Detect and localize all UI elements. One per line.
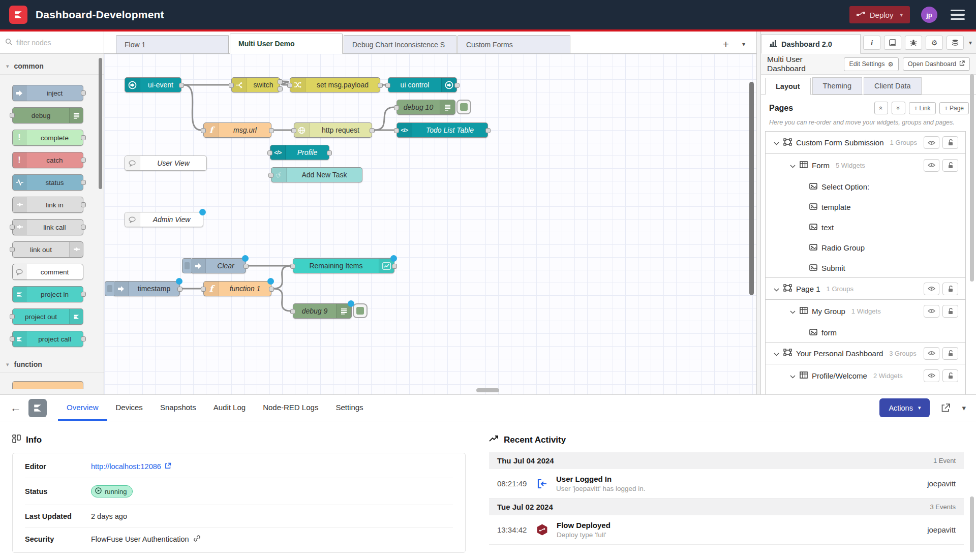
output-port[interactable]: [179, 83, 184, 88]
panel-tab-node-red-logs[interactable]: Node-RED Logs: [254, 395, 327, 421]
inject-button[interactable]: [182, 258, 191, 273]
canvas-horizontal-scrollbar[interactable]: [476, 388, 499, 392]
palette-node-inject[interactable]: inject: [12, 85, 83, 101]
debug-toggle-button[interactable]: [353, 303, 368, 318]
chevron-down-icon[interactable]: [790, 307, 796, 316]
tree-widget-form[interactable]: form: [766, 322, 965, 343]
deploy-caret-icon[interactable]: ▾: [900, 12, 903, 18]
unlock-icon[interactable]: [942, 305, 958, 318]
input-port[interactable]: [10, 225, 15, 230]
deploy-button[interactable]: Deploy ▾: [849, 6, 910, 23]
input-port[interactable]: [267, 150, 272, 155]
output-port-1[interactable]: [278, 79, 283, 84]
palette-node-link-call[interactable]: link call: [12, 219, 83, 235]
tree-widget-text[interactable]: text: [766, 217, 965, 237]
sidebar-subtab-theming[interactable]: Theming: [812, 77, 862, 95]
flow-node-http-request[interactable]: http request: [294, 122, 372, 138]
flow-list-caret-icon[interactable]: ▾: [742, 41, 745, 48]
canvas-vertical-scrollbar[interactable]: [749, 82, 754, 295]
input-port[interactable]: [291, 128, 296, 133]
output-port[interactable]: [392, 264, 397, 269]
chevron-down-icon[interactable]: [790, 371, 796, 380]
panel-tab-settings[interactable]: Settings: [327, 395, 372, 421]
palette-node-comment[interactable]: comment: [12, 264, 83, 280]
bug-icon[interactable]: [905, 36, 922, 50]
output-port[interactable]: [81, 158, 86, 163]
palette-node-project-out[interactable]: project out: [12, 308, 83, 325]
visibility-eye-icon[interactable]: [924, 305, 939, 318]
flowfuse-grey-logo-icon[interactable]: [28, 399, 47, 417]
back-arrow-icon[interactable]: ←: [10, 401, 21, 415]
sidebar-splitter[interactable]: [756, 32, 761, 394]
info-icon[interactable]: i: [863, 36, 880, 50]
flow-tab-Custom-Forms[interactable]: Custom Forms: [458, 35, 570, 53]
input-port[interactable]: [268, 173, 273, 178]
input-port[interactable]: [290, 264, 295, 269]
input-port[interactable]: [10, 336, 15, 341]
palette-search-input[interactable]: [16, 39, 87, 47]
tree-widget-template[interactable]: template: [766, 197, 965, 217]
user-avatar[interactable]: jp: [921, 7, 937, 23]
chevron-down-icon[interactable]: [790, 161, 796, 170]
tree-page-page-1[interactable]: Page 11 Groups: [766, 277, 965, 300]
open-editor-external-icon[interactable]: [941, 403, 951, 413]
input-port[interactable]: [385, 83, 390, 88]
flow-tab-Multi-User-Demo[interactable]: Multi User Demo: [230, 34, 343, 54]
output-port[interactable]: [269, 128, 274, 133]
flow-tab-Debug-Chart-Inconsistence-S[interactable]: Debug Chart Inconsistence S: [344, 35, 456, 53]
tree-widget-select-option-[interactable]: Select Option:: [766, 176, 965, 197]
add-page-button[interactable]: + Page: [939, 102, 969, 114]
flow-node-todo-list-table[interactable]: </>Todo List Table: [396, 122, 488, 138]
input-port[interactable]: [229, 83, 234, 88]
palette-search[interactable]: [0, 32, 104, 54]
palette-section-common[interactable]: ▾ common: [0, 58, 104, 75]
palette-node-project-call[interactable]: project call: [12, 331, 83, 347]
panel-tab-overview[interactable]: Overview: [58, 395, 107, 421]
flow-node-profile[interactable]: </>Profile: [270, 145, 329, 160]
collapse-panel-chevron-icon[interactable]: ▾: [962, 403, 966, 413]
tree-group-profile-welcome[interactable]: Profile/Welcome2 Widgets: [766, 364, 965, 387]
output-port[interactable]: [81, 225, 86, 230]
open-dashboard-button[interactable]: Open Dashboard: [903, 57, 970, 71]
palette-node-catch[interactable]: !catch: [12, 152, 83, 168]
collapse-all-button[interactable]: «: [874, 102, 888, 114]
input-port[interactable]: [10, 314, 15, 319]
visibility-eye-icon[interactable]: [924, 159, 939, 172]
output-port[interactable]: [81, 135, 86, 140]
edit-settings-button[interactable]: Edit Settings ⚙: [844, 57, 898, 71]
input-port[interactable]: [394, 128, 399, 133]
gear-icon[interactable]: ⚙: [926, 36, 943, 50]
output-port-2[interactable]: [278, 86, 283, 91]
output-port[interactable]: [378, 83, 383, 88]
sidebar-subtab-layout[interactable]: Layout: [765, 78, 811, 95]
input-port[interactable]: [287, 83, 292, 88]
tree-page-custom-form-submission[interactable]: Custom Form Submission1 Groups: [766, 132, 965, 154]
input-port[interactable]: [201, 287, 206, 292]
flow-node-switch[interactable]: switch: [231, 77, 280, 92]
chevron-down-icon[interactable]: [774, 285, 779, 293]
palette-node-link-in[interactable]: link in: [12, 197, 83, 213]
palette-node-partial[interactable]: [12, 381, 83, 389]
tree-page-your-personal-dashboard[interactable]: Your Personal Dashboard3 Groups: [766, 342, 965, 364]
actions-button[interactable]: Actions ▾: [879, 398, 930, 417]
flow-node-admin-view[interactable]: Admin View: [125, 212, 203, 227]
flow-node-debug-9[interactable]: debug 9: [293, 303, 352, 319]
flow-node-user-view[interactable]: User View: [125, 155, 207, 171]
flow-node-add-new-task[interactable]: ☞Add New Task: [271, 167, 362, 182]
panel-scrollbar[interactable]: [970, 496, 974, 552]
sidebar-subtab-client-data[interactable]: Client Data: [864, 77, 922, 95]
output-port[interactable]: [485, 128, 491, 133]
output-port[interactable]: [243, 264, 249, 269]
input-port[interactable]: [394, 105, 399, 110]
visibility-eye-icon[interactable]: [924, 347, 939, 360]
inject-button[interactable]: [105, 281, 114, 296]
expand-all-button[interactable]: »: [892, 102, 905, 114]
output-port[interactable]: [81, 180, 86, 185]
layers-icon[interactable]: [947, 36, 964, 50]
palette-node-link-out[interactable]: link out: [12, 241, 83, 258]
output-port[interactable]: [81, 336, 86, 341]
flow-node-ui-event[interactable]: ui-event: [125, 77, 181, 92]
sidebar-tabs-caret-icon[interactable]: ▾: [969, 39, 972, 46]
sidebar-tab-dashboard[interactable]: Dashboard 2.0: [761, 34, 861, 54]
flow-canvas[interactable]: ui-eventswitchset msg.payloadui controld…: [104, 54, 756, 394]
